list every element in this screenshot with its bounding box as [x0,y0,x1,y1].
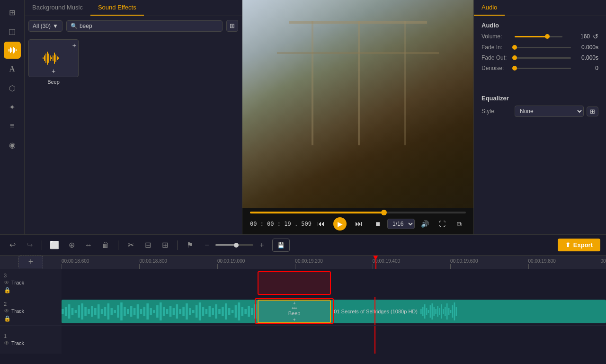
svg-rect-52 [173,308,175,315]
svg-rect-87 [293,307,293,309]
sidebar-icon-stickers[interactable]: ◉ [4,136,21,153]
svg-rect-111 [445,307,446,316]
section-divider [474,85,606,85]
track-2-lock-button[interactable]: 🔒 [4,315,11,322]
select-tool-button[interactable]: ⬜ [48,239,61,252]
sidebar-icon-text[interactable]: A [4,61,21,78]
svg-rect-57 [189,308,191,315]
audio-clip-2[interactable]: 01 Secrets of Selfridges (1080p HD) [331,300,606,323]
merge-button[interactable]: ⊞ [158,239,171,252]
svg-rect-30 [101,309,103,314]
audio-clip[interactable] [62,300,279,323]
split-button[interactable]: ⊟ [141,239,154,252]
volume-slider[interactable] [515,36,562,37]
svg-rect-86 [292,308,293,309]
delete-button[interactable]: 🗑 [99,239,112,252]
marker-button[interactable]: ⚑ [183,239,196,252]
svg-rect-110 [443,309,444,314]
save-button[interactable]: 💾 [272,239,290,252]
ruler-mark: 00:00:19.000 [217,258,245,264]
category-dropdown[interactable]: All (30) ▼ [28,20,62,32]
volume-button[interactable]: 🔊 [419,217,432,231]
playback-rate-select[interactable]: 1/16 1/8 1/4 1/2 1/1 [387,219,415,229]
svg-rect-109 [441,304,442,319]
redo-button[interactable]: ↪ [23,239,36,252]
eq-style-select[interactable]: None [515,106,584,117]
progress-bar[interactable] [250,212,466,213]
svg-rect-105 [433,307,435,316]
svg-rect-112 [446,303,448,320]
track-1-visibility-button[interactable]: 👁 [4,340,9,346]
track-3-content [62,269,606,297]
track-2-name: Track [11,308,24,314]
zoom-slider[interactable] [215,244,253,246]
track-3-visibility-button[interactable]: 👁 [4,279,9,286]
list-item[interactable]: + + [28,39,79,85]
add-clip-button[interactable]: ⊕ [65,239,78,252]
track-1-number: 1 [4,333,7,339]
search-input[interactable] [80,23,218,29]
track-3-lock-button[interactable]: 🔒 [4,287,11,293]
sidebar-icon-layers[interactable]: ◫ [4,23,21,40]
toolbar-divider-3 [177,240,178,250]
step-forward-button[interactable]: ⏭ [352,217,365,231]
export-button[interactable]: ⬆ Export [558,239,600,251]
fade-in-label: Fade In: [481,44,515,51]
waveform-svg-2 [420,300,606,323]
toolbar-divider-2 [118,240,118,250]
svg-rect-7 [44,55,45,61]
sidebar-icon-media[interactable]: ⊞ [4,4,21,21]
fullscreen-button[interactable]: ⛶ [436,217,449,231]
fade-out-slider[interactable] [515,57,571,59]
step-back-button[interactable]: ⏮ [314,217,328,231]
svg-rect-16 [57,56,58,60]
svg-rect-0 [9,49,9,52]
sidebar-icon-effects[interactable]: ✦ [4,98,21,115]
denoise-slider[interactable] [515,68,571,69]
svg-rect-74 [244,309,247,314]
fade-in-slider[interactable] [515,47,571,48]
svg-rect-13 [53,55,53,61]
svg-rect-50 [166,309,169,314]
sidebar-icon-filters[interactable]: ≡ [4,117,21,134]
grid-view-button[interactable]: ⊞ [226,20,238,32]
svg-rect-113 [448,308,450,315]
track-2-visibility-button[interactable]: 👁 [4,308,9,314]
track-3-header: 3 👁 Track 🔒 [0,269,62,297]
sidebar-icon-audio[interactable] [4,42,21,59]
split-view-button[interactable]: ⧉ [453,217,466,231]
play-button[interactable]: ▶ [333,217,347,231]
volume-label: Volume: [481,33,515,40]
denoise-label: Denoise: [481,65,515,71]
svg-rect-102 [428,310,429,313]
chevron-down-icon: ▼ [53,23,58,29]
undo-button[interactable]: ↩ [6,239,19,252]
beep-clip[interactable]: + Beep + [258,300,331,323]
audio-section: Audio Volume: 160 ↺ Fade In: [474,16,606,81]
svg-rect-41 [137,304,139,319]
ruler-mark: 00:00:19.200 [295,258,322,264]
track-row: 3 👁 Track 🔒 [0,268,606,297]
sidebar-icon-transitions[interactable]: ⬡ [4,80,21,97]
cut-button[interactable]: ✂ [124,239,137,252]
svg-rect-92 [294,308,295,309]
svg-rect-39 [130,306,133,317]
zoom-out-button[interactable]: − [200,239,214,252]
track-1-content [62,326,606,354]
fade-in-slider-container: 0.000s [515,44,598,51]
detach-audio-button[interactable]: ↔ [82,239,95,252]
svg-rect-26 [88,309,90,314]
add-track-button[interactable]: + [18,256,43,269]
svg-rect-76 [251,308,253,315]
volume-reset-button[interactable]: ↺ [593,33,598,40]
svg-rect-15 [55,54,56,62]
zoom-in-button[interactable]: + [255,239,268,252]
tab-audio-props[interactable]: Audio [474,0,505,16]
svg-rect-14 [54,53,55,64]
tab-sound-effects[interactable]: Sound Effects [90,0,144,16]
eq-adjust-button[interactable]: ⊞ [587,107,598,116]
svg-rect-116 [454,302,455,320]
tab-background-music[interactable]: Background Music [25,0,90,16]
stop-button[interactable]: ■ [371,217,384,231]
svg-rect-5 [16,49,17,51]
